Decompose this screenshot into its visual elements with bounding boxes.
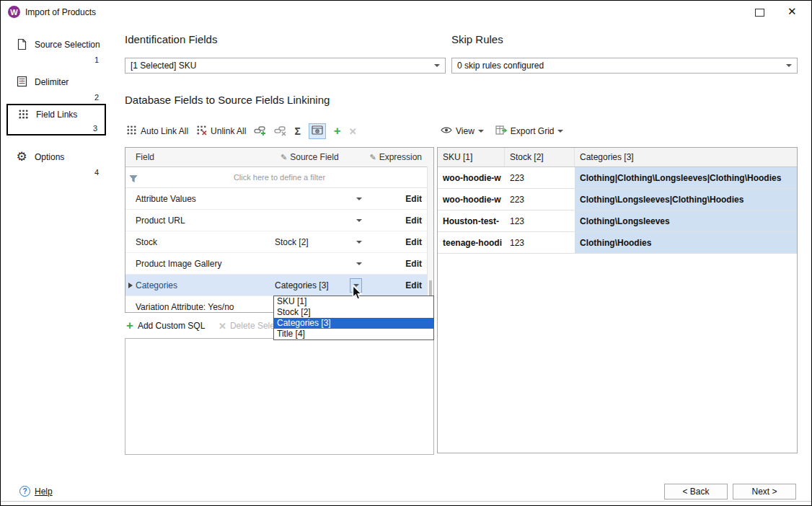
back-button[interactable]: < Back [664, 484, 728, 500]
source-field-combo[interactable] [272, 219, 364, 222]
categories-cell: Clothing\Longsleeves [575, 210, 797, 231]
linking-toolbar: Auto Link All Unlink All Σ + [126, 122, 357, 141]
delete-selected-button[interactable]: ✕ Delete Sele [219, 319, 275, 333]
plus-icon: + [334, 126, 341, 136]
pencil-icon: ✎ [281, 154, 287, 161]
source-preview-grid: SKU [1] Stock [2] Categories [3] woo-hoo… [437, 147, 798, 453]
auto-link-all-button[interactable]: Auto Link All [126, 125, 188, 138]
unlink-field-button[interactable] [274, 125, 286, 138]
chevron-down-icon [356, 241, 362, 244]
delimiter-icon [15, 75, 28, 88]
table-row[interactable]: Houston-test- 123 Clothing\Longsleeves [438, 210, 797, 232]
grid-filter-row[interactable]: Click here to define a filter [125, 167, 433, 188]
identification-fields-value: [1 Selected] SKU [131, 61, 196, 71]
field-name: Stock [136, 237, 272, 247]
stock-cell: 223 [505, 189, 575, 210]
source-field-combo[interactable]: Stock [2] [272, 237, 364, 247]
step-label: Delimiter [35, 77, 69, 87]
dropdown-option[interactable]: Stock [2] [274, 307, 433, 318]
identification-fields-heading: Identification Fields [125, 33, 217, 45]
linking-heading: Database Fields to Source Fields Linkini… [125, 94, 330, 106]
link-x-icon [274, 125, 286, 138]
table-row-selected[interactable]: Categories Categories [3] Edit [125, 275, 433, 296]
table-row[interactable]: woo-hoodie-w 223 Clothing|Clothing\Longs… [438, 167, 797, 189]
delete-field-button[interactable]: ✕ [349, 127, 357, 136]
categories-cell: Clothing\Hoodies [575, 232, 797, 253]
funnel-icon [129, 173, 138, 186]
table-row[interactable]: Attribute Values Edit [125, 188, 433, 210]
dropdown-option[interactable]: Title [4] [274, 329, 433, 339]
logo-letter: W [10, 8, 17, 17]
table-row[interactable]: Stock Stock [2] Edit [125, 231, 433, 253]
column-header-field[interactable]: Field [125, 152, 272, 162]
chevron-down-icon [557, 130, 563, 133]
identification-fields-dropdown[interactable]: [1 Selected] SKU [125, 58, 446, 74]
table-row[interactable]: Product URL Edit [125, 210, 433, 231]
edit-expression-link[interactable]: Edit [364, 280, 428, 290]
source-field-combo[interactable] [272, 262, 364, 265]
sku-cell: woo-hoodie-w [438, 167, 505, 188]
field-links-icon [17, 107, 30, 120]
field-name: Product URL [136, 216, 272, 226]
table-row[interactable]: teenage-hoodi 123 Clothing\Hoodies [438, 232, 797, 254]
sidebar-item-source-selection[interactable]: Source Selection 1 [6, 35, 106, 66]
table-row[interactable]: woo-hoodie-w 223 Clothing\Longsleeves|Cl… [438, 189, 797, 210]
view-button[interactable]: View [441, 126, 484, 136]
import-products-window: W Import of Products ✕ Source Selection … [0, 0, 812, 506]
gear-icon: ⚙ [15, 150, 28, 163]
field-name: Categories [136, 280, 272, 290]
column-header-source-field[interactable]: ✎ Source Field [272, 152, 364, 162]
preview-toggle-button[interactable] [309, 123, 326, 139]
close-icon[interactable]: ✕ [787, 5, 797, 18]
stock-cell: 223 [505, 167, 575, 188]
table-row[interactable]: Product Image Gallery Edit [125, 253, 433, 275]
link-field-button[interactable] [254, 125, 266, 138]
plus-icon: + [126, 321, 133, 331]
column-header-stock[interactable]: Stock [2] [505, 148, 575, 167]
grid-dots-icon [126, 125, 137, 138]
column-header-categories[interactable]: Categories [3] [575, 148, 797, 167]
source-field-combo[interactable] [272, 197, 364, 200]
unlink-all-button[interactable]: Unlink All [196, 125, 246, 138]
edit-expression-link[interactable]: Edit [364, 259, 428, 269]
left-grid-scrollbar[interactable] [427, 167, 433, 312]
mouse-cursor [351, 285, 363, 303]
export-grid-button[interactable]: Export Grid [495, 125, 564, 138]
next-button[interactable]: Next > [733, 484, 796, 500]
skip-rules-dropdown[interactable]: 0 skip rules configured [451, 58, 798, 74]
preview-grid-header: SKU [1] Stock [2] Categories [3] [438, 148, 797, 167]
chevron-down-icon [786, 64, 792, 67]
help-icon: ? [19, 486, 30, 497]
categories-cell: Clothing|Clothing\Longsleeves|Clothing\H… [575, 167, 797, 188]
chevron-down-icon [356, 197, 362, 200]
maximize-icon[interactable] [755, 9, 764, 17]
edit-expression-link[interactable]: Edit [364, 194, 428, 204]
step-label: Source Selection [35, 40, 100, 50]
custom-sql-panel[interactable] [125, 338, 434, 455]
dropdown-option-selected[interactable]: Categories [3] [274, 318, 433, 329]
chevron-down-icon [478, 130, 484, 133]
sidebar-item-field-links[interactable]: Field Links 3 [6, 104, 106, 136]
source-field-combo-open[interactable]: Categories [3] [272, 278, 364, 293]
export-grid-icon [495, 125, 507, 138]
column-header-expression[interactable]: ✎ Expression [364, 152, 428, 162]
help-link[interactable]: ? Help [19, 486, 53, 497]
add-custom-sql-button[interactable]: + Add Custom SQL [126, 319, 205, 333]
skip-rules-heading: Skip Rules [451, 33, 503, 45]
categories-cell: Clothing\Longsleeves|Clothing\Hoodies [575, 189, 797, 210]
stock-cell: 123 [505, 210, 575, 231]
field-name: Variation Attribute: Yes/no [136, 302, 272, 312]
add-field-button[interactable]: + [334, 126, 341, 136]
sidebar-item-options[interactable]: ⚙ Options 4 [6, 148, 106, 178]
expression-button[interactable]: Σ [294, 126, 300, 136]
step-number: 2 [94, 93, 99, 102]
sidebar-item-delimiter[interactable]: Delimiter 2 [6, 73, 106, 103]
row-marker-icon [128, 283, 133, 288]
filter-placeholder: Click here to define a filter [125, 173, 433, 182]
edit-expression-link[interactable]: Edit [364, 216, 428, 226]
column-header-sku[interactable]: SKU [1] [438, 148, 505, 167]
link-plus-icon [254, 125, 266, 138]
edit-expression-link[interactable]: Edit [364, 237, 428, 247]
footer-divider [1, 501, 811, 502]
field-links-grid-header: Field ✎ Source Field ✎ Expression [125, 148, 433, 167]
